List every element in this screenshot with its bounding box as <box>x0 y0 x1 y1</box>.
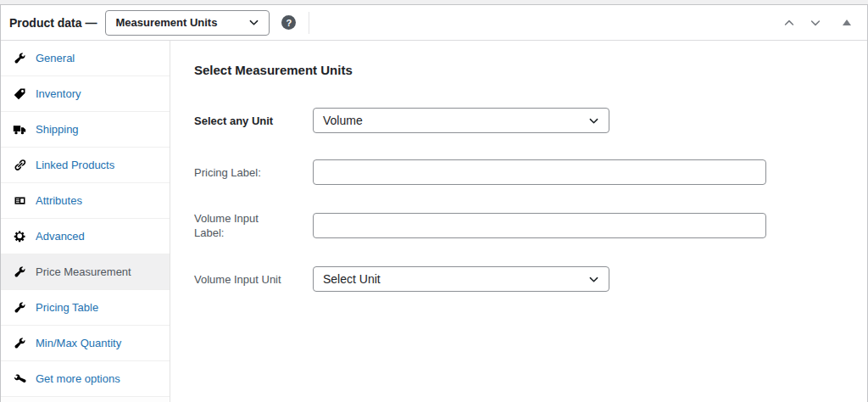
metabox-body: General Inventory Shipping Linked Produc… <box>1 41 867 402</box>
triangle-up-icon <box>843 20 851 25</box>
sidebar-item-label: Price Measurement <box>36 265 131 278</box>
chevron-down-icon <box>248 16 260 29</box>
panel-heading: Select Measurement Units <box>194 63 867 77</box>
wrench-icon <box>13 52 26 65</box>
sidebar-item-label: Inventory <box>36 87 81 100</box>
sidebar-item-min-max-quantity[interactable]: Min/Max Quantity <box>1 326 170 361</box>
field-label: Volume Input Label: <box>194 211 289 240</box>
wrench-icon <box>13 301 26 315</box>
help-icon[interactable]: ? <box>281 15 296 30</box>
unit-type-select[interactable]: Volume <box>313 108 609 133</box>
product-type-value: Measurement Units <box>115 16 217 29</box>
sidebar-item-inventory[interactable]: Inventory <box>1 76 170 112</box>
sidebar-item-general[interactable]: General <box>1 41 170 76</box>
product-type-select[interactable]: Measurement Units <box>105 10 270 36</box>
sidebar-item-attributes[interactable]: Attributes <box>1 183 170 219</box>
sidebar-item-label: Pricing Table <box>36 301 98 314</box>
sidebar-item-label: Advanced <box>36 230 85 243</box>
sidebar-item-label: Shipping <box>36 123 79 136</box>
sidebar-item-pricing-table[interactable]: Pricing Table <box>1 290 170 326</box>
toggle-panel-button[interactable] <box>838 14 855 31</box>
chevron-down-icon <box>587 114 600 127</box>
sidebar-item-label: Attributes <box>36 194 82 207</box>
sidebar-item-advanced[interactable]: Advanced <box>1 219 170 254</box>
field-row-pricing-label: Pricing Label: <box>194 159 867 185</box>
move-down-button[interactable] <box>807 14 824 31</box>
metabox-header: Product data — Measurement Units ? <box>1 5 867 41</box>
chevron-up-icon <box>782 16 796 30</box>
sidebar-item-label: Linked Products <box>36 159 114 171</box>
card-icon <box>13 194 26 208</box>
sidebar-item-shipping[interactable]: Shipping <box>1 112 170 148</box>
field-label: Select any Unit <box>194 114 289 128</box>
sidebar-item-get-more-options[interactable]: Get more options <box>1 361 170 397</box>
metabox-handle-actions <box>781 14 857 31</box>
sidebar-item-price-measurement[interactable]: Price Measurement <box>1 254 170 290</box>
pricing-label-input[interactable] <box>313 159 766 185</box>
tag-icon <box>13 87 26 101</box>
gear-icon <box>13 230 26 243</box>
chevron-down-icon <box>587 273 600 286</box>
sidebar-item-label: Min/Max Quantity <box>36 337 121 349</box>
truck-icon <box>13 123 26 137</box>
wrench-tilted-icon <box>13 372 26 386</box>
sidebar-item-label: General <box>36 52 75 64</box>
volume-input-unit-value: Select Unit <box>323 272 381 286</box>
volume-input-label-input[interactable] <box>313 213 766 238</box>
wrench-icon <box>13 265 26 279</box>
metabox: Product data — Measurement Units ? <box>0 4 868 402</box>
link-icon <box>13 159 26 172</box>
product-data-metabox: Product data — Measurement Units ? <box>0 0 868 402</box>
sidebar-item-label: Get more options <box>36 372 120 385</box>
price-measurement-panel: Select Measurement Units Select any Unit… <box>170 41 867 402</box>
field-label: Volume Input Unit <box>194 272 289 287</box>
header-divider <box>309 12 309 34</box>
sidebar-item-linked-products[interactable]: Linked Products <box>1 148 170 183</box>
field-row-volume-input-label: Volume Input Label: <box>194 211 867 240</box>
field-label: Pricing Label: <box>194 165 289 180</box>
chevron-down-icon <box>809 16 822 30</box>
unit-type-value: Volume <box>323 114 363 127</box>
product-data-tabs: General Inventory Shipping Linked Produc… <box>1 41 170 402</box>
field-row-select-any-unit: Select any Unit Volume <box>194 108 867 133</box>
move-up-button[interactable] <box>781 14 798 31</box>
field-row-volume-input-unit: Volume Input Unit Select Unit <box>194 266 867 292</box>
metabox-title: Product data — <box>9 16 97 30</box>
wrench-icon <box>13 337 26 350</box>
volume-input-unit-select[interactable]: Select Unit <box>313 266 609 292</box>
